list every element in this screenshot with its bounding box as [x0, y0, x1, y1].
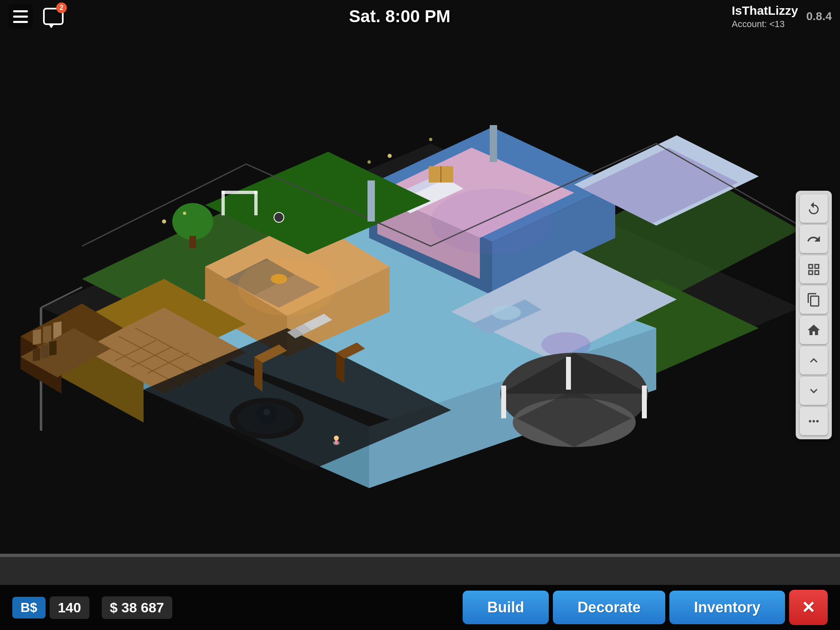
svg-point-77 [162, 219, 166, 224]
control-panel [796, 191, 832, 439]
action-buttons: Build Decorate Inventory ✕ [463, 590, 828, 625]
currency-section: B$ 140 $ 38 687 [12, 596, 172, 619]
datetime-display: Sat. 8:00 PM [349, 7, 450, 26]
svg-rect-43 [221, 191, 258, 194]
hamburger-line-3 [13, 21, 28, 23]
redo-icon [806, 232, 821, 247]
svg-point-85 [334, 436, 339, 441]
svg-rect-62 [33, 329, 41, 345]
svg-rect-68 [49, 341, 57, 356]
chat-badge: 2 [56, 2, 67, 13]
camera-up-button[interactable] [800, 347, 828, 374]
username-display: IsThatLizzy [732, 2, 798, 18]
svg-marker-74 [254, 357, 262, 392]
svg-point-82 [238, 258, 336, 316]
svg-rect-69 [368, 180, 375, 221]
svg-rect-70 [490, 125, 497, 162]
svg-rect-67 [41, 344, 48, 358]
svg-point-16 [172, 203, 213, 240]
hamburger-line-2 [13, 16, 28, 18]
more-options-button[interactable] [800, 407, 828, 435]
grid-icon [806, 262, 821, 277]
top-left: 2 [8, 4, 68, 29]
bloxbux-item: B$ 140 [12, 596, 89, 619]
svg-point-79 [368, 160, 371, 164]
svg-point-38 [492, 305, 521, 320]
hamburger-line-1 [13, 10, 28, 12]
bottom-bar: B$ 140 $ 38 687 Build Decorate Inventory… [0, 585, 840, 630]
svg-rect-50 [566, 357, 571, 390]
chevron-up-icon [806, 353, 821, 368]
bloxbux-value: 140 [50, 596, 89, 619]
account-info-display: Account: <13 [732, 18, 798, 30]
svg-rect-42 [254, 191, 258, 215]
inventory-button[interactable]: Inventory [669, 591, 785, 624]
svg-rect-2 [0, 554, 840, 557]
svg-rect-48 [501, 386, 506, 418]
svg-rect-86 [335, 440, 338, 444]
home-button[interactable] [800, 316, 828, 344]
close-button[interactable]: ✕ [789, 590, 828, 625]
game-viewport [0, 0, 840, 630]
copy-button[interactable] [800, 286, 828, 314]
copy-icon [806, 292, 821, 307]
undo-icon [806, 201, 821, 216]
svg-point-83 [431, 189, 554, 254]
hamburger-button[interactable] [8, 4, 33, 29]
top-center: Sat. 8:00 PM [349, 7, 450, 26]
top-right: IsThatLizzy Account: <13 0.8.4 [732, 2, 832, 30]
user-info: IsThatLizzy Account: <13 [732, 2, 798, 30]
grid-button[interactable] [800, 256, 828, 283]
build-button[interactable]: Build [463, 591, 549, 624]
undo-button[interactable] [800, 195, 828, 223]
svg-point-78 [183, 212, 186, 215]
bloxbux-label: B$ [12, 597, 46, 619]
cash-value: $ 38 687 [102, 596, 172, 619]
more-dots-icon [806, 414, 821, 429]
svg-rect-63 [43, 325, 51, 343]
svg-rect-17 [189, 236, 196, 248]
redo-button[interactable] [800, 225, 828, 253]
home-icon [806, 323, 821, 338]
svg-rect-41 [221, 191, 225, 215]
svg-rect-49 [642, 386, 647, 418]
svg-rect-66 [33, 348, 40, 361]
svg-point-81 [429, 138, 432, 141]
svg-point-80 [388, 154, 392, 158]
right-controls [796, 191, 832, 439]
decorate-button[interactable]: Decorate [553, 591, 665, 624]
app: 2 Sat. 8:00 PM IsThatLizzy Account: <13 … [0, 0, 840, 630]
top-bar: 2 Sat. 8:00 PM IsThatLizzy Account: <13 … [0, 0, 840, 33]
camera-down-button[interactable] [800, 377, 828, 405]
chat-button[interactable]: 2 [39, 4, 68, 29]
version-badge: 0.8.4 [806, 10, 832, 23]
chevron-down-icon [806, 383, 821, 398]
cash-item: $ 38 687 [102, 596, 172, 619]
